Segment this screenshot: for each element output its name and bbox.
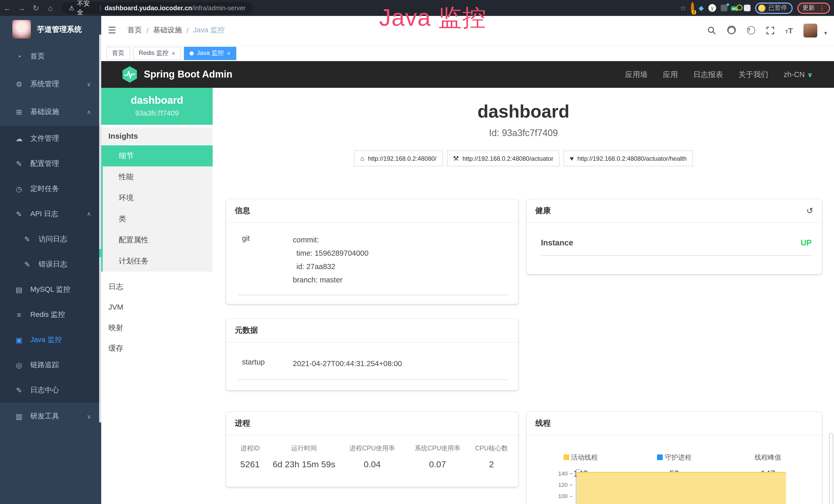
- content-scrollbar[interactable]: [829, 433, 833, 504]
- extensions-puzzle-icon[interactable]: [744, 5, 750, 11]
- sba-nav-about[interactable]: 关于我们: [739, 70, 768, 79]
- wrench-icon: ⚒: [453, 155, 459, 162]
- breadcrumb-home[interactable]: 首页: [127, 26, 142, 35]
- cloud-icon: ☁: [13, 134, 25, 142]
- sidebar-item-infrastructure[interactable]: ⊞ 基础设施 ∧: [0, 98, 101, 126]
- logo-avatar: [12, 20, 31, 39]
- sidebar-scrollbar[interactable]: [99, 35, 101, 422]
- service-url-button[interactable]: ⌂ http://192.168.0.2:48080/: [354, 151, 443, 166]
- reload-icon[interactable]: ↻: [29, 3, 43, 13]
- instance-id: 93a3fc7f7409: [101, 109, 213, 117]
- health-url-button[interactable]: ♥ http://192.168.0.2:48080/actuator/heal…: [564, 151, 693, 166]
- breadcrumb-infrastructure[interactable]: 基础设施: [153, 26, 182, 35]
- threads-plot-area: [576, 469, 786, 504]
- github-icon[interactable]: [727, 26, 736, 35]
- close-icon[interactable]: ×: [172, 50, 175, 57]
- sba-menu-metrics[interactable]: 性能: [103, 166, 213, 187]
- extension-chart-icon[interactable]: [721, 5, 727, 11]
- home-icon[interactable]: ⌂: [43, 4, 58, 12]
- profile-paused-pill[interactable]: 已暂停: [755, 2, 793, 14]
- info-card: 信息 git commit: time: 1596289704000 id: 2…: [226, 199, 518, 304]
- user-avatar[interactable]: [804, 24, 817, 38]
- metadata-card-title: 元数据: [226, 319, 518, 343]
- extension-y-icon[interactable]: y: [708, 4, 716, 12]
- sba-menu-environment[interactable]: 环境: [103, 187, 213, 208]
- sba-menu-classes[interactable]: 类: [103, 208, 213, 230]
- legend-swatch-yellow: [563, 455, 569, 460]
- sba-menu-scheduled[interactable]: 计划任务: [103, 251, 213, 272]
- hamburger-icon[interactable]: ☰: [108, 25, 116, 36]
- browser-menu-icon[interactable]: ⋮: [819, 4, 825, 12]
- sidebar-item-api-logs[interactable]: ✎ API 日志 ∧: [0, 201, 101, 226]
- sidebar-item-dev-tools[interactable]: ▥ 研发工具 ∨: [0, 403, 101, 430]
- legend-swatch-blue: [657, 455, 663, 460]
- sidebar-item-redis-monitor[interactable]: ≡ Redis 监控: [0, 302, 101, 327]
- sidebar-logo[interactable]: 芋道管理系统: [0, 16, 101, 43]
- health-card: 健康 ↺ Instance UP: [527, 199, 822, 274]
- breadcrumb-separator: /: [186, 26, 189, 35]
- extension-gem-icon[interactable]: ◆: [699, 4, 704, 12]
- browser-extensions-area: ☆ 1 ◆ y on 已暂停 更新 ⋮: [680, 0, 830, 16]
- security-label: 不安全: [77, 0, 96, 17]
- sidebar-item-scheduled-tasks[interactable]: ◷ 定时任务: [0, 176, 101, 201]
- sba-menu-insights[interactable]: Insights: [101, 127, 213, 144]
- monitor-icon: ⊞: [13, 108, 25, 116]
- help-icon[interactable]: ?: [747, 26, 755, 35]
- instance-header[interactable]: dashboard 93a3fc7f7409: [101, 88, 213, 125]
- sba-nav-applications[interactable]: 应用: [663, 70, 678, 79]
- sba-menu-jvm[interactable]: JVM: [101, 297, 213, 317]
- security-warning-icon[interactable]: ⚠: [69, 4, 74, 12]
- extension-orange-icon[interactable]: 1: [691, 3, 694, 13]
- sidebar-item-error-logs[interactable]: ✎ 错误日志: [0, 252, 101, 277]
- edit-icon: ✎: [13, 159, 25, 168]
- back-icon[interactable]: ←: [0, 4, 14, 12]
- tab-home[interactable]: 首页: [106, 47, 130, 60]
- sidebar-item-tracing[interactable]: ◎ 链路追踪: [0, 352, 101, 377]
- sidebar-item-log-center[interactable]: ✎ 日志中心: [0, 377, 101, 403]
- heart-icon: ♥: [570, 155, 574, 162]
- process-card-title: 进程: [226, 412, 518, 435]
- browser-update-button[interactable]: 更新 ⋮: [797, 2, 830, 14]
- bookmark-star-icon[interactable]: ☆: [680, 4, 686, 12]
- sidebar-item-system[interactable]: ⚙ 系统管理 ∨: [0, 70, 101, 98]
- info-card-title: 信息: [226, 199, 518, 223]
- sba-menu-config-props[interactable]: 配置属性: [103, 230, 213, 251]
- sidebar-item-java-monitor[interactable]: ▣ Java 监控: [0, 327, 101, 352]
- sba-menu-mappings[interactable]: 映射: [101, 317, 213, 338]
- forward-icon[interactable]: →: [14, 4, 29, 12]
- sba-locale-select[interactable]: zh-CN ∨: [784, 70, 813, 78]
- url-separator: [100, 5, 101, 11]
- search-icon[interactable]: [707, 26, 716, 35]
- sba-nav-journal[interactable]: 日志报表: [693, 70, 723, 79]
- sba-menu-caches[interactable]: 缓存: [101, 338, 213, 359]
- tab-redis-monitor[interactable]: Redis 监控 ×: [133, 47, 181, 60]
- sidebar-item-file-management[interactable]: ☁ 文件管理: [0, 126, 101, 151]
- font-size-icon[interactable]: TT: [786, 26, 793, 35]
- history-icon[interactable]: ↺: [806, 206, 813, 216]
- sba-nav-wallboard[interactable]: 应用墙: [625, 70, 648, 79]
- sidebar-item-config-management[interactable]: ✎ 配置管理: [0, 151, 101, 176]
- url-path: /infra/admin-server: [192, 4, 245, 12]
- briefcase-icon: ▥: [13, 412, 25, 420]
- sba-menu-details[interactable]: 细节: [103, 145, 213, 166]
- actuator-url-button[interactable]: ⚒ http://192.168.0.2:48080/actuator: [447, 151, 559, 166]
- process-cpu: 0.04: [338, 460, 406, 470]
- sidebar: 芋道管理系统 ◔ 首页 ⚙ 系统管理 ∨ ⊞ 基础设施 ∧ ☁ 文件管理 ✎ 配…: [0, 16, 101, 504]
- sba-logo[interactable]: Spring Boot Admin: [122, 66, 233, 83]
- sidebar-scrollbar-thumb[interactable]: [99, 249, 101, 257]
- sidebar-item-mysql-monitor[interactable]: ▤ MySQL 监控: [0, 277, 101, 302]
- sba-nav: 应用墙 应用 日志报表 关于我们 zh-CN ∨: [625, 70, 813, 79]
- dashboard-icon: ◔: [13, 52, 25, 61]
- metadata-key: startup: [238, 357, 274, 370]
- sba-menu-logs[interactable]: 日志: [101, 276, 213, 297]
- close-icon[interactable]: ×: [227, 50, 231, 57]
- user-menu-caret-icon[interactable]: ▾: [824, 30, 827, 37]
- metadata-startup-row: startup 2021-04-27T00:44:31.254+08:00: [238, 357, 509, 380]
- tab-java-monitor[interactable]: Java 监控 ×: [184, 47, 236, 60]
- sidebar-submenu: ☁ 文件管理 ✎ 配置管理 ◷ 定时任务 ✎ API 日志 ∧ ✎ 访问日志 ✎: [0, 126, 101, 403]
- sidebar-item-home[interactable]: ◔ 首页: [0, 43, 101, 70]
- y-tick-140: 140: [544, 471, 568, 477]
- sidebar-item-access-logs[interactable]: ✎ 访问日志: [0, 226, 101, 252]
- address-bar[interactable]: ⚠ 不安全 dashboard.yudao.iocoder.cn/infra/a…: [62, 2, 253, 14]
- fullscreen-icon[interactable]: [766, 26, 775, 35]
